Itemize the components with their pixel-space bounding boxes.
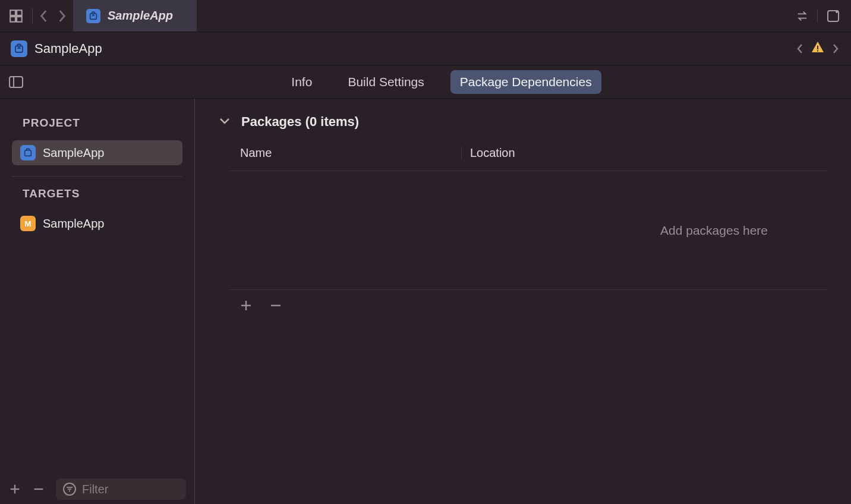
table-header: Name Location (229, 146, 827, 171)
swap-icon[interactable] (796, 10, 809, 23)
issue-forward-button[interactable] (831, 43, 840, 55)
breadcrumb-title: SampleApp (34, 41, 102, 56)
target-item[interactable]: M SampleApp (12, 211, 182, 236)
svg-rect-3 (17, 17, 22, 22)
content: Packages (0 items) Name Location Add pac… (195, 99, 851, 504)
svg-rect-11 (25, 150, 31, 156)
column-name[interactable]: Name (229, 146, 461, 160)
target-icon: M (20, 216, 36, 231)
targets-section-header: TARGETS (12, 187, 182, 200)
project-item-label: SampleApp (43, 146, 104, 160)
nav-back-button[interactable] (39, 10, 49, 23)
filter-box[interactable] (56, 478, 186, 500)
project-item[interactable]: SampleApp (12, 140, 182, 165)
tab-title: SampleApp (108, 9, 173, 23)
svg-rect-9 (10, 77, 23, 87)
nav-arrows (33, 10, 73, 23)
sidebar-toggle-button[interactable] (0, 75, 32, 89)
toolbar-right (796, 9, 851, 23)
nav-forward-button[interactable] (56, 10, 67, 23)
target-icon-letter: M (25, 219, 31, 228)
svg-rect-2 (10, 17, 15, 22)
tab-build-settings[interactable]: Build Settings (338, 70, 433, 94)
filter-icon (63, 483, 76, 496)
tab-package-dependencies[interactable]: Package Dependencies (450, 70, 601, 94)
breadcrumb-right (795, 40, 840, 57)
tab-info[interactable]: Info (282, 70, 322, 94)
sidebar: PROJECT SampleApp TARGETS M SampleApp (0, 99, 195, 504)
top-toolbar: SampleApp (0, 0, 851, 32)
add-package-button[interactable] (239, 298, 253, 313)
column-location[interactable]: Location (461, 146, 827, 160)
project-icon (86, 9, 100, 23)
svg-rect-7 (817, 46, 818, 49)
remove-target-button[interactable] (32, 483, 45, 496)
window-layout-button[interactable] (0, 0, 32, 32)
svg-rect-1 (17, 10, 22, 15)
packages-header[interactable]: Packages (0 items) (219, 114, 827, 130)
divider (12, 176, 182, 177)
filter-input[interactable] (82, 483, 179, 496)
empty-state: Add packages here (229, 171, 827, 290)
svg-rect-8 (817, 50, 818, 51)
project-section-header: PROJECT (12, 116, 182, 130)
target-item-label: SampleApp (43, 217, 104, 231)
issue-back-button[interactable] (795, 43, 805, 55)
toolbar-left: SampleApp (0, 0, 197, 32)
remove-package-button[interactable] (269, 298, 283, 313)
svg-rect-0 (10, 10, 15, 15)
table-actions (229, 290, 827, 321)
add-target-button[interactable] (8, 483, 21, 496)
warning-icon[interactable] (811, 40, 825, 57)
chevron-down-icon (219, 116, 231, 127)
project-icon (20, 145, 36, 160)
sidebar-footer (0, 474, 194, 504)
editor-tab[interactable]: SampleApp (73, 0, 197, 32)
breadcrumb-bar: SampleApp (0, 32, 851, 65)
sidebar-content: PROJECT SampleApp TARGETS M SampleApp (0, 99, 194, 474)
packages-table: Name Location Add packages here (229, 146, 827, 321)
editor-tabs: Info Build Settings Package Dependencies (32, 70, 851, 94)
project-icon (11, 40, 27, 57)
editor-tabs-bar: Info Build Settings Package Dependencies (0, 65, 851, 99)
divider (817, 10, 818, 23)
packages-title: Packages (0 items) (241, 114, 359, 130)
main-area: PROJECT SampleApp TARGETS M SampleApp (0, 99, 851, 504)
add-editor-button[interactable] (826, 9, 840, 23)
